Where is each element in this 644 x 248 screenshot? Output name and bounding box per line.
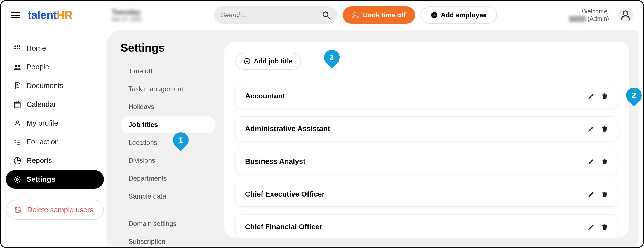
add-employee-button[interactable]: Add employee bbox=[421, 6, 497, 24]
delete-icon[interactable] bbox=[601, 158, 608, 165]
sidebar-nav: Home People Documents Calendar My profil… bbox=[3, 30, 107, 246]
nav-label: Calendar bbox=[27, 100, 56, 109]
avatar[interactable] bbox=[618, 8, 633, 23]
delete-icon[interactable] bbox=[601, 93, 608, 100]
logo-text-2: HR bbox=[57, 9, 73, 22]
job-title-row: Accountant bbox=[235, 84, 618, 108]
book-time-off-label: Book time off bbox=[363, 11, 406, 19]
edit-icon[interactable] bbox=[587, 158, 595, 165]
refresh-icon bbox=[14, 206, 22, 214]
nav-label: Home bbox=[27, 44, 46, 53]
settings-link-departments[interactable]: Departments bbox=[121, 170, 216, 187]
document-icon bbox=[13, 82, 22, 90]
welcome-text: Welcome, bbox=[569, 8, 609, 15]
nav-label: Documents bbox=[27, 81, 64, 90]
nav-label: People bbox=[27, 63, 49, 71]
settings-link-locations[interactable]: Locations bbox=[121, 134, 216, 151]
svg-point-7 bbox=[19, 45, 20, 47]
edit-icon[interactable] bbox=[587, 125, 595, 133]
welcome-block: Welcome, (Admin) bbox=[569, 8, 609, 23]
admin-label: (Admin) bbox=[587, 15, 609, 22]
date-display: Tuesday Dec 27, 2022 bbox=[112, 8, 142, 22]
edit-icon[interactable] bbox=[587, 93, 595, 100]
job-title-row: Chief Executive Officer bbox=[235, 182, 618, 207]
nav-people[interactable]: People bbox=[6, 58, 104, 76]
svg-point-5 bbox=[14, 45, 16, 47]
person-check-icon bbox=[352, 11, 359, 19]
settings-link-time-off[interactable]: Time off bbox=[121, 63, 216, 79]
settings-link-sample-data[interactable]: Sample data bbox=[121, 188, 216, 205]
job-title-label: Accountant bbox=[245, 92, 285, 100]
checklist-icon bbox=[13, 138, 22, 146]
svg-point-0 bbox=[323, 12, 328, 17]
settings-link-job-titles[interactable]: Job titles bbox=[121, 116, 216, 133]
grid-icon bbox=[13, 44, 22, 53]
delete-icon[interactable] bbox=[601, 125, 608, 133]
job-title-list: Accountant Administrative Assistant bbox=[235, 84, 618, 238]
settings-link-subscription[interactable]: Subscription bbox=[121, 233, 216, 246]
app-frame: talentHR Tuesday Dec 27, 2022 Book time … bbox=[0, 0, 644, 248]
svg-point-14 bbox=[16, 121, 18, 123]
svg-point-16 bbox=[16, 178, 18, 180]
svg-point-6 bbox=[17, 45, 18, 47]
search-input[interactable] bbox=[221, 11, 322, 19]
header: talentHR Tuesday Dec 27, 2022 Book time … bbox=[1, 1, 643, 30]
svg-point-8 bbox=[14, 48, 16, 49]
avatar-icon bbox=[620, 10, 631, 21]
hamburger-menu-icon[interactable] bbox=[11, 12, 20, 18]
settings-link-task-management[interactable]: Task management bbox=[121, 81, 216, 97]
book-time-off-button[interactable]: Book time off bbox=[343, 6, 415, 24]
search-icon[interactable] bbox=[322, 11, 330, 19]
nav-settings[interactable]: Settings bbox=[6, 170, 104, 189]
logo[interactable]: talentHR bbox=[28, 9, 72, 22]
job-title-label: Administrative Assistant bbox=[245, 124, 330, 133]
plus-circle-outline-icon bbox=[244, 58, 250, 65]
job-title-label: Chief Executive Officer bbox=[245, 190, 325, 199]
nav-calendar[interactable]: Calendar bbox=[6, 95, 104, 114]
job-title-row: Administrative Assistant bbox=[235, 116, 618, 141]
nav-label: My profile bbox=[27, 119, 58, 127]
settings-sidebar: Settings Time off Task management Holida… bbox=[107, 42, 224, 246]
svg-point-12 bbox=[18, 65, 20, 67]
main-layout: Home People Documents Calendar My profil… bbox=[1, 30, 643, 246]
job-title-label: Business Analyst bbox=[245, 157, 305, 166]
edit-icon[interactable] bbox=[587, 191, 595, 198]
nav-label: Settings bbox=[27, 175, 55, 184]
nav-label: Reports bbox=[27, 156, 52, 165]
nav-documents[interactable]: Documents bbox=[6, 76, 104, 95]
nav-for-action[interactable]: For action bbox=[6, 133, 104, 151]
username-blurred bbox=[569, 16, 586, 22]
nav-my-profile[interactable]: My profile bbox=[6, 114, 104, 133]
settings-title: Settings bbox=[121, 42, 216, 54]
search-box[interactable] bbox=[214, 6, 337, 24]
svg-point-9 bbox=[17, 48, 18, 49]
delete-sample-users-button[interactable]: Delete sample users bbox=[6, 200, 104, 220]
divider bbox=[123, 210, 213, 210]
svg-point-2 bbox=[354, 13, 356, 15]
profile-icon bbox=[13, 119, 22, 127]
settings-link-divisions[interactable]: Divisions bbox=[121, 152, 216, 169]
add-job-title-button[interactable]: Add job title bbox=[235, 53, 301, 70]
people-icon bbox=[13, 63, 22, 71]
nav-label: For action bbox=[27, 138, 59, 146]
settings-link-domain-settings[interactable]: Domain settings bbox=[121, 215, 216, 232]
nav-reports[interactable]: Reports bbox=[6, 151, 104, 170]
content-area: Add job title Accountant Administrative … bbox=[224, 42, 629, 238]
nav-home[interactable]: Home bbox=[6, 39, 104, 58]
job-title-label: Chief Financial Officer bbox=[245, 223, 322, 231]
job-title-row: Chief Financial Officer bbox=[235, 214, 618, 238]
settings-link-holidays[interactable]: Holidays bbox=[121, 98, 216, 115]
svg-rect-13 bbox=[15, 102, 20, 108]
svg-line-1 bbox=[328, 16, 330, 19]
add-job-title-label: Add job title bbox=[254, 57, 293, 65]
delete-icon[interactable] bbox=[601, 191, 608, 198]
add-employee-label: Add employee bbox=[441, 11, 487, 19]
edit-icon[interactable] bbox=[587, 223, 595, 231]
plus-circle-icon bbox=[431, 12, 438, 18]
gear-icon bbox=[13, 175, 22, 184]
delete-icon[interactable] bbox=[601, 223, 608, 231]
pie-chart-icon bbox=[13, 157, 22, 165]
delete-sample-label: Delete sample users bbox=[27, 206, 93, 214]
calendar-icon bbox=[13, 100, 22, 109]
svg-point-11 bbox=[15, 65, 17, 67]
